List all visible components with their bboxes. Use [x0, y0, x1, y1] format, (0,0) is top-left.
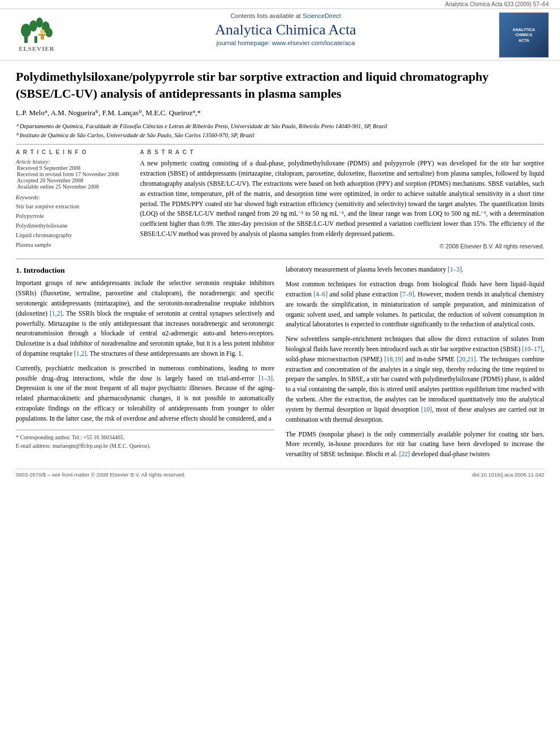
svg-point-2: [29, 20, 37, 32]
accepted-date: Accepted 20 November 2008: [17, 177, 129, 184]
right-paragraph-2: Most common techniques for extraction dr…: [286, 279, 544, 330]
svg-rect-9: [38, 34, 41, 36]
available-date: Available online 25 November 2008: [17, 184, 129, 190]
received-date: Received 9 September 2008: [17, 165, 129, 171]
keyword-5: Plasma sample: [16, 241, 129, 250]
history-label: Article history:: [16, 159, 129, 165]
keywords-group: Keywords: Stir bar sorptive extraction P…: [16, 194, 129, 250]
body-content: 1. Introduction Important groups of new …: [16, 265, 544, 464]
body-left-column: 1. Introduction Important groups of new …: [16, 265, 274, 464]
svg-point-5: [46, 28, 53, 37]
abstract-panel: A B S T R A C T A new polymeric coating …: [140, 149, 544, 254]
body-right-column: laboratory measurement of plasma levels …: [286, 265, 544, 464]
info-abstract-section: A R T I C L E I N F O Article history: R…: [16, 149, 544, 254]
keyword-4: Liquid chromatography: [16, 231, 129, 241]
journal-citation: Analytica Chimica Acta 633 (2009) 57–64: [445, 1, 549, 7]
journal-title: Analytica Chimica Acta: [85, 21, 487, 38]
abstract-text: A new polymeric coating consisting of a …: [140, 159, 544, 239]
svg-rect-6: [34, 36, 37, 43]
intro-section-title: 1. Introduction: [16, 266, 274, 275]
intro-paragraph-1: Important groups of new antidepressants …: [16, 278, 274, 359]
article-info-header: A R T I C L E I N F O: [16, 149, 129, 155]
article-title: Polydimethylsiloxane/polypyrrole stir ba…: [16, 68, 544, 102]
elsevier-logo: ELSEVIER: [11, 12, 62, 52]
sciencedirect-link[interactable]: ScienceDirect: [303, 12, 341, 19]
keyword-1: Stir bar sorptive extraction: [16, 202, 129, 212]
footnotes: * Corresponding author. Tel.: +55 16 360…: [16, 430, 274, 450]
journal-logo-area: ANALYTICACHIMICAACTA: [492, 12, 549, 58]
author-list: L.P. Meloᵃ, A.M. Nogueiraᵇ, F.M. Lançasᵇ…: [16, 108, 201, 117]
keywords-label: Keywords:: [16, 194, 129, 200]
article-info-panel: A R T I C L E I N F O Article history: R…: [16, 149, 129, 254]
revised-date: Received in revised form 17 November 200…: [17, 171, 129, 177]
svg-rect-10: [43, 34, 46, 36]
divider-1: [16, 144, 544, 145]
journal-logo-box: ANALYTICACHIMICAACTA: [499, 12, 549, 58]
keyword-3: Polydimethylsiloxane: [16, 221, 129, 231]
keyword-2: Polypyrrole: [16, 212, 129, 221]
email-address: E-mail address: mariaeqm@ffclrp.usp.br (…: [16, 442, 274, 450]
copyright-line: © 2008 Elsevier B.V. All rights reserved…: [140, 243, 544, 250]
header-meta: Analytica Chimica Acta 633 (2009) 57–64: [0, 0, 560, 9]
right-paragraph-1: laboratory measurement of plasma levels …: [286, 265, 544, 275]
right-paragraph-4: The PDMS (nonpolar phase) is the only co…: [286, 430, 544, 460]
article-history: Article history: Received 9 September 20…: [16, 159, 129, 190]
right-paragraph-3: New solventless sample-enrichment techni…: [286, 334, 544, 425]
bottom-bar: 0003-2670/$ – see front matter © 2008 El…: [16, 469, 544, 478]
journal-homepage: journal homepage: www.elsevier.com/locat…: [85, 40, 487, 46]
elsevier-tree-icon: [20, 15, 54, 44]
main-content: Polydimethylsiloxane/polypyrrole stir ba…: [0, 60, 560, 483]
svg-point-7: [40, 29, 45, 34]
journal-header: ELSEVIER Contents lists available at Sci…: [0, 9, 560, 60]
corresponding-author: * Corresponding author. Tel.: +55 16 360…: [16, 433, 274, 442]
elsevier-logo-area: ELSEVIER: [11, 12, 79, 52]
doi-info: doi:10.1016/j.aca.2008.11.042: [472, 471, 544, 478]
abstract-header: A B S T R A C T: [140, 149, 544, 155]
journal-header-center: Contents lists available at ScienceDirec…: [79, 12, 492, 46]
divider-2: [16, 259, 544, 259]
intro-paragraph-2: Currently, psychiatric medication is pre…: [16, 364, 274, 424]
elsevier-text: ELSEVIER: [19, 45, 55, 52]
issn-info: 0003-2670/$ – see front matter © 2008 El…: [16, 471, 186, 478]
affiliation-b: ᵇ Instituto de Química de São Carlos, Un…: [16, 131, 544, 140]
affiliation-a: ᵃ Departamento de Química, Faculdade de …: [16, 122, 544, 131]
journal-logo-text: ANALYTICACHIMICAACTA: [513, 27, 535, 42]
contents-available: Contents lists available at ScienceDirec…: [85, 12, 487, 19]
authors-line: L.P. Meloᵃ, A.M. Nogueiraᵇ, F.M. Lançasᵇ…: [16, 107, 544, 119]
affiliations: ᵃ Departamento de Química, Faculdade de …: [16, 122, 544, 140]
